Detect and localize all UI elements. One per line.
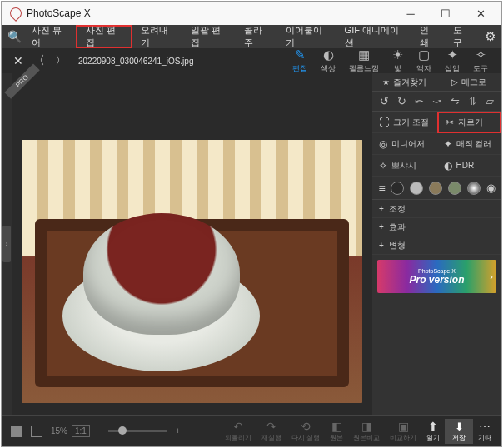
mode-frame[interactable]: ▢액자 — [410, 47, 438, 74]
tab-tools[interactable]: 도구 — [445, 25, 478, 48]
miniature-icon: ◎ — [379, 138, 387, 150]
preset-5[interactable] — [467, 182, 481, 195]
tab-combine[interactable]: 이어붙이기 — [277, 25, 336, 48]
resize-icon: ⛶ — [379, 117, 389, 128]
tab-batch[interactable]: 일괄 편집 — [182, 25, 235, 48]
section-adjust[interactable]: +조정 — [372, 200, 501, 218]
undoall-button[interactable]: ⟲다시 실행 — [286, 420, 325, 442]
search-icon[interactable]: 🔍 — [5, 25, 23, 48]
compare-icon: ◨ — [361, 420, 372, 433]
film-icon: ▦ — [358, 47, 370, 62]
section-transform[interactable]: +변형 — [372, 236, 501, 255]
preset-1[interactable] — [391, 182, 404, 195]
preset-3[interactable] — [429, 182, 442, 195]
tool-miniature[interactable]: ◎미니어처 — [372, 133, 437, 155]
undoall-icon: ⟲ — [301, 420, 311, 433]
preset-menu-icon[interactable]: ≡ — [378, 182, 385, 195]
section-effect[interactable]: +효과 — [372, 218, 501, 236]
mode-color[interactable]: ◐색상 — [314, 47, 342, 74]
main-tabs: 🔍 사진 뷰어 사진 편집 오려내기 일괄 편집 콜라주 이어붙이기 GIF 애… — [2, 25, 501, 48]
hdr-icon: ◐ — [444, 160, 452, 172]
play-icon: ▷ — [451, 77, 458, 87]
app-title: PhotoScape X — [27, 7, 91, 19]
star-icon: ★ — [382, 77, 390, 87]
original-button[interactable]: ◧원본 — [325, 420, 348, 442]
zoom-slider[interactable] — [108, 430, 167, 432]
minimize-button[interactable]: ─ — [393, 2, 428, 24]
light-icon: ☀ — [392, 47, 403, 62]
next-file-button[interactable]: 〉 — [50, 53, 72, 68]
mode-tools[interactable]: ✧도구 — [466, 47, 495, 74]
etc-button[interactable]: ⋯기타 — [473, 420, 496, 442]
app-logo-icon — [7, 5, 24, 22]
plus-icon: + — [379, 204, 384, 213]
mode-edit[interactable]: ✎편집 — [286, 47, 314, 74]
tool-crop[interactable]: ✂자르기 — [437, 112, 502, 133]
redo-button[interactable]: ↷재실행 — [256, 420, 286, 442]
upload-icon: ⬆ — [428, 420, 438, 433]
app-window: PhotoScape X ─ ☐ ✕ 🔍 사진 뷰어 사진 편집 오려내기 일괄… — [1, 1, 502, 447]
fit-toggle[interactable] — [27, 426, 47, 437]
macro-button[interactable]: ▷매크로 — [437, 73, 502, 91]
promo-banner[interactable]: PhotoScape X Pro version › — [377, 260, 496, 293]
titlebar: PhotoScape X ─ ☐ ✕ — [2, 2, 501, 25]
crop-icon: ✂ — [446, 117, 454, 128]
preset-2[interactable] — [410, 182, 423, 195]
zoom-out-button[interactable]: − — [90, 426, 103, 436]
compare-button[interactable]: ◨원본비교 — [348, 420, 385, 442]
tool-magic-color[interactable]: ✦매직 컬러 — [437, 133, 502, 155]
bottom-bar: 15% 1:1 − + ↶되돌리기 ↷재실행 ⟲다시 실행 ◧원본 ◨원본비교 … — [2, 415, 501, 446]
color-icon: ◐ — [323, 47, 334, 62]
edit-icon: ✎ — [295, 47, 306, 62]
grid-toggle[interactable] — [7, 426, 27, 437]
tool-hdr[interactable]: ◐HDR — [437, 155, 502, 177]
redo-icon: ↷ — [266, 420, 276, 433]
original-icon: ◧ — [331, 420, 342, 433]
plus-icon: + — [379, 222, 384, 231]
actual-size-button[interactable]: 1:1 — [72, 425, 90, 437]
preset-4[interactable] — [448, 182, 461, 195]
tool-vignette[interactable]: ✧뽀샤시 — [372, 155, 437, 177]
open-button[interactable]: ⬆열기 — [421, 420, 445, 442]
preset-row: ≡ ◉ — [372, 177, 501, 200]
tool-resize[interactable]: ⛶크기 조절 — [372, 112, 437, 133]
insert-icon: ✦ — [447, 47, 458, 62]
settings-icon[interactable]: ⚙ — [478, 25, 501, 48]
close-file-button[interactable]: ✕ — [8, 54, 28, 67]
drop-icon[interactable]: ◉ — [486, 182, 496, 194]
close-button[interactable]: ✕ — [463, 2, 498, 24]
before-icon: ▣ — [398, 420, 409, 433]
rotate-left-icon[interactable]: ⤺ — [415, 95, 424, 107]
favorites-button[interactable]: ★즐겨찾기 — [372, 73, 437, 91]
mode-film[interactable]: ▦필름느낌 — [342, 47, 386, 74]
panel-expand-handle[interactable]: › — [2, 226, 11, 262]
download-icon: ⬇ — [455, 421, 464, 433]
tab-editor[interactable]: 사진 편집 — [76, 25, 132, 48]
flip-v-icon[interactable]: ⥮ — [468, 95, 477, 107]
undo-icon: ↶ — [233, 420, 243, 433]
file-toolbar: ✕ 〈 〉 20220908_030046241_iOS.jpg ✎편집 ◐색상… — [2, 48, 501, 73]
tab-gif[interactable]: GIF 애니메이션 — [336, 25, 411, 48]
before-button[interactable]: ▣비교하기 — [385, 420, 421, 442]
tab-collage[interactable]: 콜라주 — [236, 25, 277, 48]
photo-preview[interactable] — [22, 140, 362, 403]
zoom-label: 15% — [47, 426, 72, 436]
straighten-icon[interactable]: ▱ — [486, 95, 494, 107]
rotate-right-icon[interactable]: ⤻ — [432, 95, 441, 107]
tab-cutout[interactable]: 오려내기 — [132, 25, 183, 48]
maximize-button[interactable]: ☐ — [428, 2, 463, 24]
box-icon — [31, 426, 42, 437]
wand-icon: ✦ — [444, 138, 452, 150]
rotate-cw-icon[interactable]: ↻ — [397, 95, 406, 107]
plus-icon: + — [379, 241, 384, 250]
tab-print[interactable]: 인쇄 — [411, 25, 445, 48]
undo-button[interactable]: ↶되돌리기 — [220, 420, 256, 442]
mode-light[interactable]: ☀빛 — [386, 47, 410, 74]
save-button[interactable]: ⬇저장 — [445, 419, 473, 444]
tab-viewer[interactable]: 사진 뷰어 — [23, 25, 76, 48]
mode-insert[interactable]: ✦삽입 — [438, 47, 466, 74]
zoom-in-button[interactable]: + — [172, 426, 185, 436]
content-area: › PRO ★즐겨찾기 ▷매크로 ↺ ↻ ⤺ ⤻ ⇋ ⥮ ▱ — [2, 73, 501, 415]
flip-h-icon[interactable]: ⇋ — [451, 95, 460, 107]
rotate-ccw-icon[interactable]: ↺ — [380, 95, 389, 107]
